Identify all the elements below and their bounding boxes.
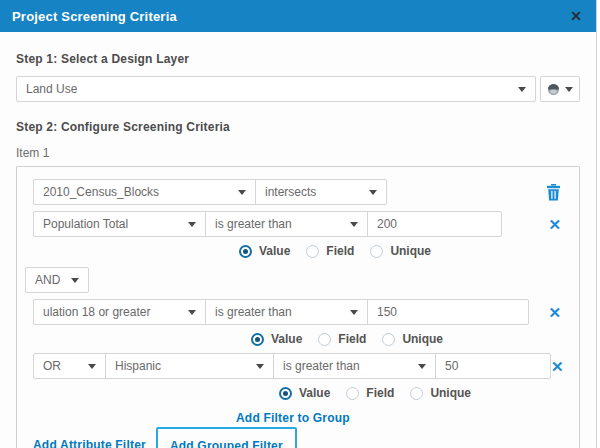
filter3-logic-value: OR [43, 359, 61, 373]
filter3-group: OR Hispanic is greater than [33, 353, 551, 379]
remove-filter1-button[interactable]: ✕ [548, 217, 561, 232]
chevron-down-icon [71, 278, 79, 283]
filter2-value-input[interactable] [368, 300, 528, 324]
radio-unique[interactable] [370, 245, 383, 258]
design-layer-value: Land Use [26, 82, 77, 96]
filter1-group: Population Total is greater than [33, 211, 502, 237]
step1-label: Step 1: Select a Design Layer [16, 52, 580, 66]
dialog-content: Step 1: Select a Design Layer Land Use S… [0, 52, 596, 448]
filter3-value-type-radios: Value Field Unique [279, 385, 563, 401]
remove-filter2-button[interactable]: ✕ [548, 305, 561, 320]
dialog-panel: Project Screening Criteria ✕ Step 1: Sel… [0, 0, 597, 448]
remove-filter3-button[interactable]: ✕ [551, 359, 564, 374]
dialog-header: Project Screening Criteria ✕ [0, 0, 596, 32]
grouped-filter-row-2: OR Hispanic is greater than [33, 353, 563, 379]
radio-value-selected[interactable] [279, 387, 292, 400]
radio-unique-label[interactable]: Unique [390, 244, 431, 258]
item-label: Item 1 [16, 146, 580, 160]
filter3-value-cell [436, 354, 550, 378]
add-filter-to-group-link[interactable]: Add Filter to Group [236, 411, 350, 425]
chevron-down-icon [350, 222, 358, 227]
radio-field-label[interactable]: Field [338, 332, 366, 346]
filter2-field-select[interactable]: ulation 18 or greater [34, 300, 206, 324]
project-screening-criteria-dialog: Project Screening Criteria ✕ Step 1: Sel… [0, 0, 600, 448]
spatial-operator-value: intersects [265, 185, 316, 199]
group-logic-select[interactable]: AND [25, 267, 89, 293]
screening-item-box: 2010_Census_Blocks intersects [16, 166, 580, 448]
add-grouped-filter-link[interactable]: Add Grouped Filter [170, 439, 283, 448]
chevron-down-icon [350, 310, 358, 315]
close-icon[interactable]: ✕ [570, 9, 582, 23]
filter3-value-input[interactable] [436, 354, 550, 378]
layer-operator-row: 2010_Census_Blocks intersects [33, 179, 563, 205]
radio-field[interactable] [318, 333, 331, 346]
filter1-field-select[interactable]: Population Total [34, 212, 206, 236]
radio-value-label[interactable]: Value [271, 332, 302, 346]
radio-unique-label[interactable]: Unique [402, 332, 443, 346]
trash-icon [546, 184, 561, 201]
chevron-down-icon [188, 222, 196, 227]
radio-field[interactable] [346, 387, 359, 400]
radio-value-selected[interactable] [251, 333, 264, 346]
filter3-operator-select[interactable]: is greater than [274, 354, 436, 378]
group-logic-value: AND [35, 273, 60, 287]
layer-source-button[interactable] [540, 76, 580, 102]
filter2-group: ulation 18 or greater is greater than [33, 299, 529, 325]
chevron-down-icon [518, 87, 526, 92]
chevron-down-icon [256, 364, 264, 369]
filter3-operator-value: is greater than [283, 359, 360, 373]
add-grouped-filter-highlight: Add Grouped Filter [156, 427, 297, 448]
delete-item-button[interactable] [546, 184, 561, 201]
radio-unique[interactable] [410, 387, 423, 400]
design-layer-select[interactable]: Land Use [16, 76, 536, 102]
chevron-down-icon [565, 87, 573, 92]
x-icon: ✕ [551, 359, 564, 374]
radio-value-label[interactable]: Value [259, 244, 290, 258]
chevron-down-icon [418, 364, 426, 369]
layer-globe-icon [547, 83, 560, 96]
chevron-down-icon [88, 364, 96, 369]
filter2-value-type-radios: Value Field Unique [251, 331, 563, 347]
filter1-operator-value: is greater than [215, 217, 292, 231]
filter3-logic-select[interactable]: OR [34, 354, 106, 378]
add-attribute-filter-link[interactable]: Add Attribute Filter [33, 438, 146, 448]
group-logic-row: AND [33, 267, 563, 293]
design-layer-row: Land Use [16, 76, 580, 102]
radio-field[interactable] [306, 245, 319, 258]
chevron-down-icon [369, 190, 377, 195]
filter2-value-cell [368, 300, 528, 324]
filter-layer-value: 2010_Census_Blocks [43, 185, 159, 199]
layer-operator-group: 2010_Census_Blocks intersects [33, 179, 387, 205]
filter2-field-value: ulation 18 or greater [43, 305, 150, 319]
filter1-field-value: Population Total [43, 217, 128, 231]
x-icon: ✕ [548, 217, 561, 232]
filter1-value-input[interactable] [368, 212, 501, 236]
attribute-filter-row-1: Population Total is greater than ✕ [33, 211, 563, 237]
filter1-value-cell [368, 212, 501, 236]
dialog-title: Project Screening Criteria [12, 9, 177, 24]
spatial-operator-select[interactable]: intersects [256, 180, 386, 204]
radio-unique-label[interactable]: Unique [430, 386, 471, 400]
filter1-value-type-radios: Value Field Unique [239, 243, 563, 259]
radio-unique[interactable] [382, 333, 395, 346]
chevron-down-icon [188, 310, 196, 315]
item-footer-links: Add Attribute Filter Add Grouped Filter [33, 428, 563, 448]
radio-field-label[interactable]: Field [366, 386, 394, 400]
filter3-field-value: Hispanic [115, 359, 161, 373]
filter1-operator-select[interactable]: is greater than [206, 212, 368, 236]
radio-value-selected[interactable] [239, 245, 252, 258]
filter2-operator-value: is greater than [215, 305, 292, 319]
radio-field-label[interactable]: Field [326, 244, 354, 258]
grouped-filter-row-1: ulation 18 or greater is greater than ✕ [33, 299, 563, 325]
step2-label: Step 2: Configure Screening Criteria [16, 120, 580, 134]
x-icon: ✕ [548, 305, 561, 320]
filter-layer-select[interactable]: 2010_Census_Blocks [34, 180, 256, 204]
filter2-operator-select[interactable]: is greater than [206, 300, 368, 324]
chevron-down-icon [238, 190, 246, 195]
radio-value-label[interactable]: Value [299, 386, 330, 400]
filter3-field-select[interactable]: Hispanic [106, 354, 274, 378]
